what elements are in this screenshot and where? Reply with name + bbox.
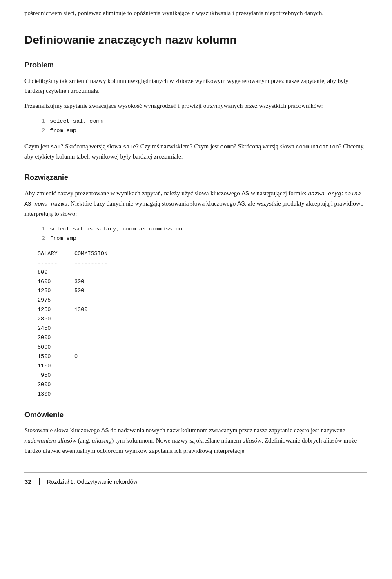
output-data-row-5: 12501300 [38, 305, 368, 315]
footer-chapter-title: Rozdział 1. Odczytywanie rekordów [47, 477, 138, 486]
keyword-AS-disc: AS [101, 427, 109, 434]
sol-text-1: Aby zmienić nazwy prezentowane w wynikac… [24, 190, 241, 197]
output-data-row-12: 950 [38, 371, 368, 380]
code-line-2: 2 from emp [38, 126, 368, 136]
output-data-row-7: 2450 [38, 324, 368, 333]
line-number-3: 1 [38, 225, 45, 234]
code-comm: comm [220, 144, 234, 150]
code-text-3: select sal as salary, comm as commission [50, 226, 182, 232]
disc-text-4: ) tym kolumnom. Nowe nazwy są określane … [111, 437, 242, 444]
solution-heading: Rozwiązanie [24, 172, 368, 183]
output-data-row-4: 2975 [38, 296, 368, 305]
question-text-2: ? Skróconą wersją słowa [60, 143, 122, 150]
question-text-1: Czym jest [24, 143, 51, 150]
disc-text-1: Stosowanie słowa kluczowego [24, 427, 101, 434]
footer-divider [39, 478, 40, 485]
output-data-row-11: 1100 [38, 362, 368, 371]
output-data-row-14: 1300 [38, 390, 368, 399]
output-data-row-1: 800 [38, 268, 368, 277]
disc-text-3: (ang. [76, 437, 92, 444]
col1-sep: ------ [38, 259, 74, 268]
code-text-1: select sal, comm [50, 118, 103, 124]
question-text-4: ? Skróconą wersją słowa [234, 143, 296, 150]
output-header-row: SALARYCOMMISSION [38, 249, 368, 259]
code-line-4: 2 from emp [38, 234, 368, 244]
page-footer: 32 Rozdział 1. Odczytywanie rekordów [24, 472, 368, 487]
code-text-4: from emp [50, 235, 76, 241]
code-line-3: 1 select sal as salary, comm as commissi… [38, 225, 368, 234]
disc-text-2: do nadawania nowych nazw kolumnom zwraca… [109, 427, 345, 434]
disc-em-1: nadawaniem aliasów [24, 437, 76, 444]
code-text-2: from emp [50, 127, 76, 134]
sol-text-3: . Niektóre bazy danych nie wymagają stos… [67, 200, 237, 207]
disc-em-3: aliasów [243, 437, 262, 444]
output-data-row-8: 3000 [38, 333, 368, 343]
keyword-AS-3: AS [237, 200, 245, 207]
keyword-AS-1: AS [241, 190, 249, 197]
code-line-1: 1 select sal, comm [38, 117, 368, 126]
code-AS-2: AS [24, 201, 34, 207]
output-separator-row: ---------------- [38, 259, 368, 268]
question-paragraph: Czym jest sal? Skróconą wersją słowa sal… [24, 141, 368, 162]
output-data-row-6: 2850 [38, 315, 368, 324]
discussion-paragraph-1: Stosowanie słowa kluczowego AS do nadawa… [24, 425, 368, 456]
discussion-heading: Omówienie [24, 409, 368, 421]
code-orig-name: nazwa_oryginalna [308, 191, 361, 197]
output-data-row-9: 5000 [38, 343, 368, 352]
sol-text-2: w następującej formie: [249, 190, 308, 197]
line-number-4: 2 [38, 234, 45, 244]
output-data-row-2: 1600300 [38, 277, 368, 287]
output-data-row-10: 15000 [38, 352, 368, 362]
output-data-row-13: 3000 [38, 380, 368, 390]
footer-page-number: 32 [24, 477, 31, 487]
col1-header: SALARY [38, 249, 74, 259]
line-number-2: 2 [38, 126, 45, 136]
code-new-name: nowa_nazwa [34, 201, 67, 207]
line-number-1: 1 [38, 117, 45, 126]
code-communication: communication [296, 144, 339, 150]
problem-heading: Problem [24, 59, 368, 71]
disc-em-2: aliasing [92, 437, 111, 444]
query-output: SALARYCOMMISSION ---------------- 800 16… [38, 249, 368, 399]
code-block-2: 1 select sal as salary, comm as commissi… [38, 225, 368, 244]
intro-paragraph: pośrednictwem sieci, ponieważ eliminuje … [24, 0, 368, 18]
problem-paragraph-2: Przeanalizujmy zapytanie zwracające wyso… [24, 101, 368, 111]
col2-header: COMMISSION [74, 249, 119, 259]
col2-sep: ---------- [74, 259, 119, 268]
code-block-1: 1 select sal, comm 2 from emp [38, 117, 368, 136]
question-text-3: ? Czyimś nazwiskiem? Czym jest [136, 143, 220, 150]
code-sale: sale [123, 144, 136, 150]
code-sal: sal [51, 144, 60, 150]
output-data-row-3: 1250500 [38, 286, 368, 296]
solution-paragraph-1: Aby zmienić nazwy prezentowane w wynikac… [24, 188, 368, 219]
section-title: Definiowanie znaczących nazw kolumn [24, 31, 368, 49]
problem-paragraph-1: Chcielibyśmy tak zmienić nazwy kolumn uw… [24, 76, 368, 96]
